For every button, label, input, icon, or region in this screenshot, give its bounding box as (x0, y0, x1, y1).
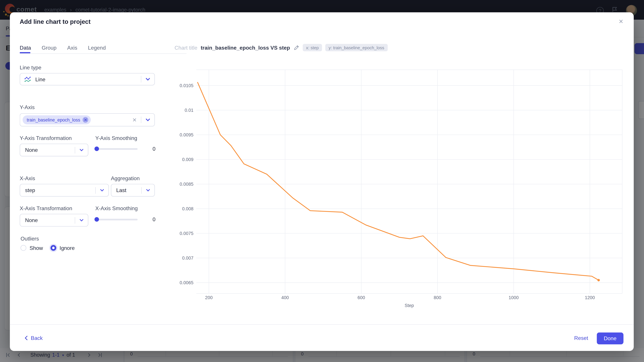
outliers-ignore-label[interactable]: Ignore (60, 245, 75, 251)
chart-header: Chart title train_baseline_epoch_loss VS… (174, 44, 388, 51)
done-button[interactable]: Done (597, 333, 623, 345)
tab-axis[interactable]: Axis (67, 45, 77, 53)
chevron-down-icon[interactable] (79, 149, 84, 151)
line-type-label: Line type (20, 64, 42, 70)
loss-line-chart[interactable]: 200400600800100012000.00650.0070.00750.0… (174, 69, 623, 315)
svg-text:0.01: 0.01 (185, 108, 193, 113)
chevron-down-icon[interactable] (146, 118, 150, 121)
svg-text:0.0075: 0.0075 (180, 231, 193, 236)
line-chart-icon (24, 76, 31, 82)
y-smoothing-slider[interactable] (95, 148, 138, 150)
y-smoothing-value: 0 (151, 146, 157, 152)
y-axis-label: Y-Axis (20, 104, 35, 110)
y-axis-chip: train_baseline_epoch_loss ✕ (23, 115, 91, 124)
y-smoothing-slider-thumb[interactable] (94, 146, 99, 151)
x-smoothing-slider[interactable] (95, 219, 138, 220)
outliers-show-label[interactable]: Show (30, 245, 43, 251)
edit-pencil-icon[interactable] (294, 45, 299, 50)
svg-text:400: 400 (281, 295, 289, 300)
svg-text:800: 800 (434, 295, 441, 300)
x-axis-label: X-Axis (20, 175, 35, 182)
add-line-chart-modal: Add line chart to project ✕ Data Group A… (10, 12, 634, 351)
svg-text:0.008: 0.008 (182, 206, 193, 211)
y-transform-label: Y-Axis Transformation (20, 135, 72, 141)
svg-text:600: 600 (358, 295, 365, 300)
chevron-down-icon[interactable] (146, 189, 150, 192)
tab-data[interactable]: Data (20, 45, 31, 53)
chevron-down-icon[interactable] (100, 189, 104, 192)
x-transform-label: X-Axis Transformation (20, 205, 72, 211)
tab-legend[interactable]: Legend (88, 45, 106, 53)
y-axis-select[interactable]: train_baseline_epoch_loss ✕ ✕ (20, 113, 155, 126)
chevron-left-icon (25, 336, 28, 340)
aggregation-select[interactable]: Last (111, 184, 155, 197)
x-smoothing-value: 0 (151, 216, 157, 223)
modal-tabs: Data Group Axis Legend (20, 44, 106, 52)
svg-text:200: 200 (205, 295, 213, 300)
svg-text:0.0085: 0.0085 (180, 182, 193, 187)
y-axis-badge: y: train_baseline_epoch_loss (325, 44, 388, 51)
x-axis-select[interactable]: step (20, 184, 109, 197)
x-smoothing-label: X-Axis Smoothing (95, 205, 138, 211)
screen: comet examples › comet-tutorial-2-image-… (0, 0, 644, 362)
x-axis-badge: x: step (303, 44, 322, 51)
chevron-down-icon[interactable] (146, 78, 150, 81)
y-smoothing-label: Y-Axis Smoothing (95, 135, 137, 141)
tab-group[interactable]: Group (42, 45, 56, 53)
line-type-value: Line (36, 76, 141, 82)
aggregation-value: Last (116, 187, 141, 193)
back-button[interactable]: Back (25, 335, 43, 341)
clear-icon[interactable]: ✕ (132, 117, 137, 123)
outliers-label: Outliers (20, 236, 39, 242)
svg-text:1200: 1200 (585, 295, 595, 300)
chevron-down-icon[interactable] (79, 219, 84, 222)
svg-text:Step: Step (405, 303, 414, 308)
active-tab-underline (20, 52, 30, 53)
svg-text:0.0105: 0.0105 (180, 83, 193, 88)
chip-remove-icon[interactable]: ✕ (83, 117, 88, 123)
chart-title-value: train_baseline_epoch_loss VS step (201, 44, 290, 51)
x-axis-value: step (25, 187, 95, 193)
reset-button[interactable]: Reset (567, 335, 596, 341)
aggregation-label: Aggregation (111, 175, 140, 182)
svg-text:0.009: 0.009 (182, 157, 193, 162)
outliers-ignore-radio[interactable] (50, 245, 56, 251)
close-icon[interactable]: ✕ (617, 17, 625, 25)
svg-text:1000: 1000 (509, 295, 519, 300)
x-transform-select[interactable]: None (20, 214, 88, 227)
x-smoothing-slider-thumb[interactable] (94, 217, 99, 222)
outliers-show-radio[interactable] (20, 245, 26, 251)
svg-text:0.0065: 0.0065 (180, 280, 193, 285)
svg-text:0.0095: 0.0095 (180, 132, 193, 137)
svg-text:0.007: 0.007 (182, 256, 193, 261)
chart-title-label: Chart title (174, 44, 198, 51)
line-type-select[interactable]: Line (20, 73, 155, 85)
y-transform-select[interactable]: None (20, 144, 88, 156)
y-transform-value: None (25, 147, 75, 153)
modal-title: Add line chart to project (20, 18, 90, 25)
x-transform-value: None (25, 217, 75, 223)
